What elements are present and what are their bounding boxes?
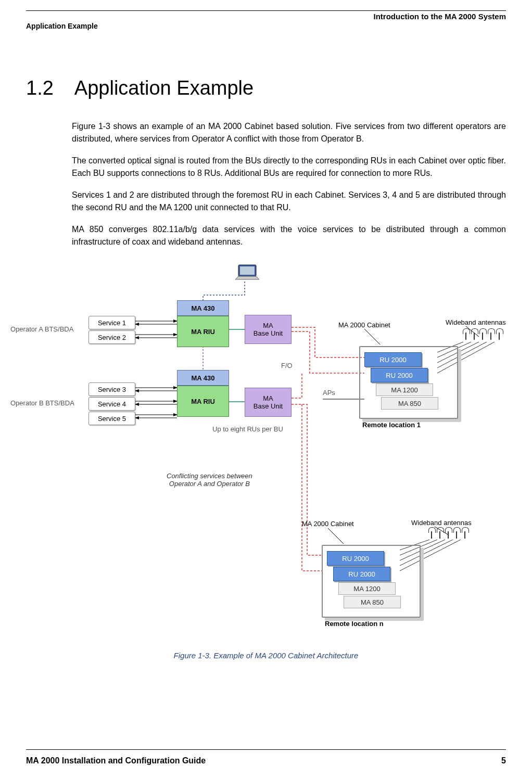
ma1200-1: MA 1200	[376, 384, 433, 396]
section-heading: 1.2 Application Example	[26, 77, 506, 99]
figure-1-3: Operator A BTS/BDA Operator B BTS/BDA Se…	[26, 264, 506, 660]
remote-1-label: Remote location 1	[362, 421, 421, 429]
ma1200-n: MA 1200	[338, 582, 396, 595]
wideband-n-label: Wideband antennas	[411, 519, 472, 527]
cabinet-1-label: MA 2000 Cabinet	[338, 321, 390, 329]
antenna-group-n	[428, 531, 468, 539]
wideband-1-label: Wideband antennas	[446, 318, 506, 326]
conflict-note: Conflicting services between Operator A …	[167, 472, 252, 488]
antenna-group-1	[462, 333, 503, 340]
ru2000-1a: RU 2000	[364, 352, 422, 367]
service-3-box: Service 3	[88, 382, 135, 396]
section-title: Application Example	[74, 77, 254, 99]
service-2-box: Service 2	[88, 330, 135, 344]
ma850-n: MA 850	[344, 596, 401, 608]
aps-label: APs	[323, 389, 335, 397]
ma-riu-2-box: MA RIU	[177, 386, 229, 417]
page-footer: MA 2000 Installation and Configuration G…	[26, 756, 506, 765]
paragraph-3: Services 1 and 2 are distributed through…	[72, 189, 506, 214]
footer-page: 5	[501, 756, 506, 765]
service-4-box: Service 4	[88, 397, 135, 411]
base-unit-1-box: MA Base Unit	[245, 315, 292, 344]
figure-caption: Figure 1-3. Example of MA 2000 Cabinet A…	[26, 651, 506, 660]
diagram-canvas: Operator A BTS/BDA Operator B BTS/BDA Se…	[26, 264, 510, 644]
operator-b-label: Operator B BTS/BDA	[10, 399, 74, 407]
service-1-box: Service 1	[88, 316, 135, 329]
svg-line-28	[328, 528, 344, 544]
ma430-1-box: MA 430	[177, 300, 229, 316]
operator-a-label: Operator A BTS/BDA	[10, 325, 73, 333]
remote-n-label: Remote location n	[325, 620, 384, 628]
svg-line-26	[364, 329, 380, 344]
footer-title: MA 2000 Installation and Configuration G…	[26, 756, 206, 765]
header-chapter: Introduction to the MA 2000 System	[374, 12, 506, 21]
section-number: 1.2	[26, 77, 54, 99]
fo-label: F/O	[281, 362, 293, 369]
paragraph-4: MA 850 converges 802.11a/b/g data servic…	[72, 223, 506, 248]
ru2000-nb: RU 2000	[333, 567, 390, 581]
service-5-box: Service 5	[88, 412, 135, 425]
paragraph-2: The converted optical signal is routed f…	[72, 155, 506, 180]
ma850-1: MA 850	[381, 397, 438, 410]
ru2000-na: RU 2000	[327, 551, 384, 566]
ma-riu-1-box: MA RIU	[177, 316, 229, 347]
ma430-2-box: MA 430	[177, 370, 229, 386]
header-section: Application Example	[26, 22, 506, 30]
up-to-eight-label: Up to eight RUs per BU	[212, 425, 283, 433]
top-rule	[26, 10, 506, 11]
bottom-rule	[26, 749, 506, 750]
ru2000-1b: RU 2000	[371, 368, 428, 382]
paragraph-1: Figure 1-3 shows an example of an MA 200…	[72, 120, 506, 145]
page-header: Introduction to the MA 2000 System	[26, 12, 506, 21]
cabinet-n-label: MA 2000 Cabinet	[302, 520, 354, 528]
base-unit-2-box: MA Base Unit	[245, 388, 292, 417]
